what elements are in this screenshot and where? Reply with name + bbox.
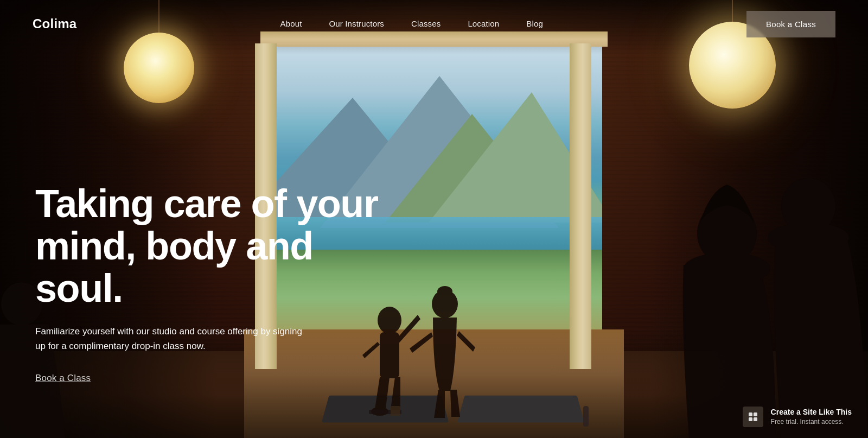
nav-item-classes[interactable]: Classes [411,19,441,29]
watermark-text: Create a Site Like This Free trial. Inst… [771,407,852,427]
nav-link-location[interactable]: Location [468,19,499,28]
svg-rect-12 [391,406,400,416]
site-logo[interactable]: Colima [33,16,76,31]
navigation: Colima About Our Instructors Classes Loc… [0,0,868,48]
nav-link-blog[interactable]: Blog [526,19,543,28]
nav-link-instructors[interactable]: Our Instructors [329,19,384,28]
svg-rect-16 [754,417,757,421]
nav-item-about[interactable]: About [280,19,302,29]
hero-subtext: Familiarize yourself with our studio and… [35,325,307,353]
hero-cta-link[interactable]: Book a Class [35,373,404,384]
svg-point-4 [437,286,452,297]
svg-point-6 [684,252,770,285]
svg-rect-10 [583,406,589,427]
squarespace-icon [743,407,763,427]
svg-rect-15 [749,417,752,421]
nav-links: About Our Instructors Classes Location B… [280,19,543,29]
watermark-main: Create a Site Like This [771,407,852,418]
nav-book-button[interactable]: Book a Class [746,11,835,37]
watermark[interactable]: Create a Site Like This Free trial. Inst… [743,407,852,427]
svg-rect-13 [749,412,752,416]
hero-content: Taking care of your mind, body and soul.… [35,183,404,384]
nav-link-about[interactable]: About [280,19,302,28]
nav-item-blog[interactable]: Blog [526,19,543,29]
nav-item-location[interactable]: Location [468,19,499,29]
watermark-sub: Free trial. Instant access. [771,417,852,427]
svg-point-8 [768,223,849,253]
nav-link-classes[interactable]: Classes [411,19,441,28]
svg-rect-14 [754,412,757,416]
nav-item-instructors[interactable]: Our Instructors [329,19,384,29]
hero-heading: Taking care of your mind, body and soul. [35,183,404,309]
hero-section: Colima About Our Instructors Classes Loc… [0,0,868,438]
